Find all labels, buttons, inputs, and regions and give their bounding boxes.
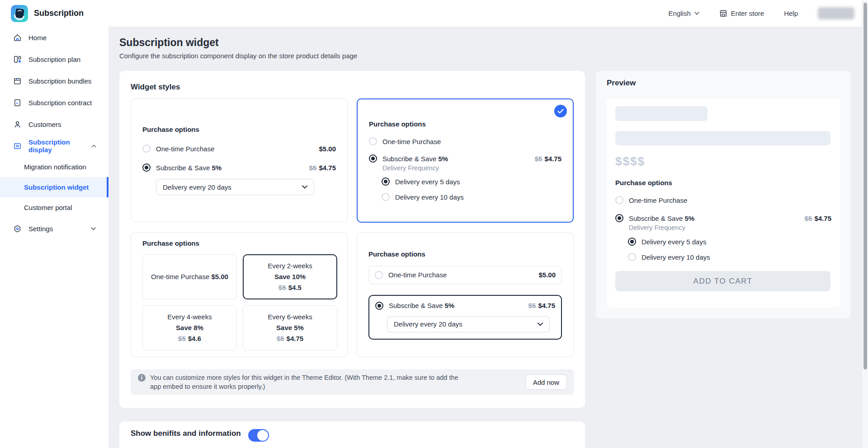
plan-box-6-weeks[interactable]: Every 6-weeks Save 5% $5$4.75 (243, 305, 337, 350)
note-text: You can customize more styles for this w… (150, 373, 467, 391)
skeleton-product-line (615, 131, 830, 145)
subscribe-price: $5$4.75 (535, 155, 561, 163)
sidebar-item-label: Subscription plan (28, 56, 80, 63)
plan-box-2-weeks-selected[interactable]: Every 2-weeks Save 10% $5$4.5 (243, 254, 337, 299)
widget-style-option-3[interactable]: Purchase options One-time Purchase $5.00… (131, 232, 348, 357)
subscribe-option[interactable]: Subscribe & Save 5% $5$4.75 (375, 302, 555, 310)
vertical-scrollbar[interactable] (862, 0, 868, 448)
contract-icon (13, 98, 22, 107)
radio-checked[interactable] (382, 177, 390, 186)
widget-style-option-1[interactable]: Purchase options One-time Purchase $5.00… (131, 98, 348, 222)
delivery-10-option[interactable]: Delivery every 10 days (628, 253, 831, 261)
sidebar-item-customer-portal[interactable]: Customer portal (0, 197, 108, 218)
help-button[interactable]: Help (784, 9, 798, 17)
delivery-10-label: Delivery every 10 days (395, 193, 464, 201)
sidebar-item-subscription-bundles[interactable]: Subscription bundles (0, 70, 108, 92)
radio-unchecked[interactable] (375, 271, 383, 279)
help-label: Help (784, 9, 798, 17)
enter-store-label: Enter store (731, 9, 764, 17)
theme-editor-note: i You can customize more styles for this… (131, 369, 574, 395)
subscribe-label: Subscribe & Save 5% (629, 215, 694, 222)
skeleton-product-title (615, 106, 708, 121)
plan-grid: One-time Purchase $5.00 Every 2-weeks Sa… (142, 254, 336, 350)
benefits-toggle-on[interactable] (248, 429, 269, 442)
plan-price: $5$4.75 (277, 335, 303, 342)
customers-icon (13, 120, 22, 129)
delivery-5-option[interactable]: Delivery every 5 days (382, 177, 561, 186)
plan-box-one-time[interactable]: One-time Purchase $5.00 (142, 254, 237, 299)
subscribe-price: $5$4.75 (805, 215, 831, 222)
one-time-option[interactable]: One-time Purchase $5.00 (142, 145, 336, 153)
purchase-options-heading: Purchase options (368, 250, 562, 258)
sidebar-item-label: Settings (28, 225, 53, 233)
sidebar-item-subscription-contract[interactable]: Subscription contract (0, 92, 108, 113)
chevron-up-icon (92, 145, 96, 148)
radio-unchecked[interactable] (142, 145, 151, 153)
radio-checked[interactable] (628, 238, 636, 246)
widget-style-option-4[interactable]: Purchase options One-time Purchase $5.00… (357, 232, 574, 357)
selected-badge (554, 105, 567, 117)
selected-delivery-option: Delivery every 20 days (394, 320, 462, 328)
purchase-options-heading: Purchase options (142, 239, 336, 247)
subscribe-option[interactable]: Subscribe & Save 5% $5$4.75 (369, 154, 561, 163)
bundles-icon (13, 77, 22, 85)
enter-store-button[interactable]: Enter store (719, 9, 764, 18)
page-title: Subscription widget (119, 37, 219, 49)
info-icon: i (138, 374, 146, 382)
one-time-label: One-time Purchase (382, 138, 441, 145)
benefits-card: Show benifits and information (119, 421, 585, 448)
add-now-button[interactable]: Add now (525, 374, 567, 390)
delivery-5-option[interactable]: Delivery every 5 days (628, 238, 831, 246)
app-title: Subscription (34, 9, 84, 18)
sidebar-item-subscription-plan[interactable]: Subscription plan (0, 48, 108, 70)
radio-unchecked[interactable] (628, 253, 636, 261)
radio-checked[interactable] (369, 154, 377, 163)
radio-checked[interactable] (142, 163, 151, 172)
plan-save: Save 5% (276, 324, 304, 331)
radio-unchecked[interactable] (382, 193, 390, 201)
sidebar: Home Subscription plan Subscription bund… (0, 27, 108, 448)
delivery-frequency-select[interactable]: Delivery every 20 days (156, 179, 314, 195)
subscribe-label: Subscribe & Save 5% (156, 164, 222, 172)
page-subtitle: Configure the subscription component dis… (119, 52, 357, 60)
widget-style-option-2-selected[interactable]: Purchase options One-time Purchase Subsc… (357, 98, 574, 223)
sidebar-item-label: Home (28, 34, 47, 42)
delivery-5-label: Delivery every 5 days (395, 178, 460, 186)
sidebar-item-home[interactable]: Home (0, 27, 108, 48)
sidebar-item-customers[interactable]: Customers (0, 113, 108, 135)
top-bar: Subscription English Enter store Help (0, 0, 862, 27)
sidebar-item-settings[interactable]: Settings (0, 218, 108, 239)
scrollbar-thumb[interactable] (863, 3, 867, 369)
chevron-down-icon (91, 227, 96, 230)
delivery-5-label: Delivery every 5 days (642, 238, 706, 246)
subscribe-option[interactable]: Subscribe & Save 5% $5$4.75 (142, 163, 336, 172)
sidebar-item-subscription-widget[interactable]: Subscription widget (0, 177, 108, 197)
plan-box-4-weeks[interactable]: Every 4-weeks Save 8% $5$4.6 (142, 305, 237, 350)
language-label: English (669, 9, 691, 17)
sidebar-item-label: Customer portal (24, 204, 72, 211)
settings-icon (13, 224, 22, 233)
sidebar-item-label: Customers (28, 121, 61, 128)
one-time-option[interactable]: One-time Purchase (615, 196, 831, 204)
one-time-option-boxed[interactable]: One-time Purchase $5.00 (368, 266, 562, 284)
add-to-cart-button[interactable]: ADD TO CART (615, 271, 830, 291)
radio-checked[interactable] (615, 214, 623, 222)
subscribe-option-boxed[interactable]: Subscribe & Save 5% $5$4.75 Delivery eve… (368, 295, 562, 340)
delivery-10-option[interactable]: Delivery every 10 days (382, 193, 561, 201)
radio-unchecked[interactable] (369, 137, 377, 145)
plan-price: $5$4.6 (178, 335, 201, 342)
one-time-price: $5.00 (319, 145, 336, 153)
store-name-blurred (818, 7, 854, 19)
plan-title: Every 4-weeks (167, 313, 212, 321)
radio-unchecked[interactable] (615, 196, 623, 204)
one-time-option[interactable]: One-time Purchase (369, 137, 561, 145)
sidebar-item-label: Migration notification (24, 163, 86, 171)
sidebar-item-migration-notification[interactable]: Migration notification (0, 157, 108, 177)
radio-checked[interactable] (375, 302, 383, 310)
subscribe-option[interactable]: Subscribe & Save 5% $5$4.75 (615, 214, 831, 222)
delivery-frequency-select[interactable]: Delivery every 20 days (387, 316, 550, 332)
chevron-down-icon (538, 322, 543, 326)
sidebar-item-subscription-display[interactable]: Subscription display (0, 135, 108, 157)
plan-save: Save 8% (176, 324, 203, 331)
language-selector[interactable]: English (669, 9, 699, 17)
